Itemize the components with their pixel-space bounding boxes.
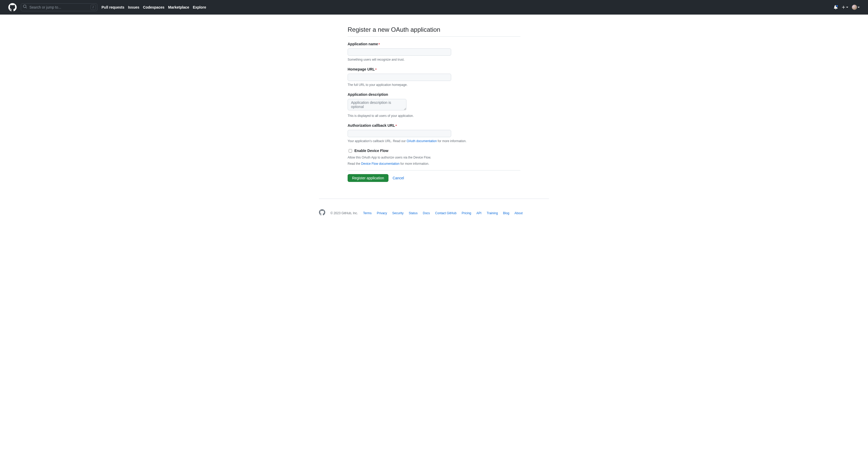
note-device-flow-line2: Read the Device Flow documentation for m… <box>348 162 520 166</box>
field-application-description: Application description This is displaye… <box>348 92 520 118</box>
footer-link-blog[interactable]: Blog <box>503 211 509 215</box>
note-homepage-url: The full URL to your application homepag… <box>348 83 520 87</box>
note-callback-url: Your application's callback URL. Read ou… <box>348 139 520 143</box>
note-text-pre: Read the <box>348 162 361 166</box>
user-avatar <box>852 5 857 10</box>
label-text: Homepage URL <box>348 67 375 71</box>
form-actions: Register application Cancel <box>348 174 520 182</box>
required-asterisk: * <box>379 42 380 46</box>
field-homepage-url: Homepage URL* The full URL to your appli… <box>348 67 520 87</box>
footer-link-api[interactable]: API <box>476 211 482 215</box>
link-device-flow-docs[interactable]: Device Flow documentation <box>361 162 399 166</box>
input-callback-url[interactable] <box>348 130 451 137</box>
cancel-link[interactable]: Cancel <box>393 175 404 181</box>
label-application-name: Application name* <box>348 41 520 47</box>
note-application-name: Something users will recognize and trust… <box>348 57 520 62</box>
required-asterisk: * <box>375 68 376 71</box>
main-content: Register a new OAuth application Applica… <box>348 14 520 188</box>
nav-codespaces[interactable]: Codespaces <box>143 5 164 10</box>
nav-marketplace[interactable]: Marketplace <box>168 5 189 10</box>
user-menu-button[interactable] <box>852 5 860 10</box>
actions-divider <box>348 170 520 171</box>
field-enable-device-flow: Enable Device Flow <box>348 148 520 153</box>
note-device-flow-line1: Allow this OAuth App to authorize users … <box>348 155 520 160</box>
footer-link-training[interactable]: Training <box>487 211 498 215</box>
mark-github-icon <box>319 209 325 215</box>
checkbox-enable-device-flow[interactable] <box>349 149 352 152</box>
input-homepage-url[interactable] <box>348 74 451 81</box>
github-logo[interactable] <box>8 3 17 11</box>
footer-links: Terms Privacy Security Status Docs Conta… <box>363 211 523 215</box>
header-right <box>834 5 860 10</box>
field-application-name: Application name* Something users will r… <box>348 41 520 62</box>
create-menu-button[interactable] <box>841 5 848 9</box>
textarea-application-description[interactable] <box>348 99 406 110</box>
mark-github-icon <box>8 3 17 11</box>
input-application-name[interactable] <box>348 49 451 56</box>
global-footer: © 2023 GitHub, Inc. Terms Privacy Securi… <box>319 199 549 229</box>
field-callback-url: Authorization callback URL* Your applica… <box>348 123 520 143</box>
notifications-button[interactable] <box>834 5 838 9</box>
global-header: / Pull requests Issues Codespaces Market… <box>0 0 868 14</box>
label-text: Application name <box>348 42 378 46</box>
footer-link-contact[interactable]: Contact GitHub <box>435 211 456 215</box>
label-callback-url: Authorization callback URL* <box>348 123 520 128</box>
required-asterisk: * <box>396 124 397 128</box>
label-application-description: Application description <box>348 92 520 97</box>
footer-link-pricing[interactable]: Pricing <box>462 211 471 215</box>
global-search: / <box>21 3 97 11</box>
header-nav: Pull requests Issues Codespaces Marketpl… <box>101 5 206 10</box>
footer-copyright: © 2023 GitHub, Inc. <box>331 211 358 215</box>
label-homepage-url: Homepage URL* <box>348 67 520 72</box>
footer-github-logo[interactable] <box>319 209 325 217</box>
footer-link-security[interactable]: Security <box>392 211 404 215</box>
notification-indicator-dot <box>836 5 838 7</box>
note-application-description: This is displayed to all users of your a… <box>348 114 520 118</box>
nav-pull-requests[interactable]: Pull requests <box>101 5 124 10</box>
plus-icon <box>841 5 846 9</box>
link-oauth-docs[interactable]: OAuth documentation <box>407 139 437 143</box>
register-application-button[interactable]: Register application <box>348 174 389 182</box>
footer-link-status[interactable]: Status <box>409 211 417 215</box>
footer-link-privacy[interactable]: Privacy <box>377 211 387 215</box>
footer-link-about[interactable]: About <box>515 211 523 215</box>
caret-down-icon <box>858 7 860 8</box>
page-title: Register a new OAuth application <box>348 25 520 37</box>
nav-issues[interactable]: Issues <box>128 5 140 10</box>
note-text-pre: Your application's callback URL. Read ou… <box>348 139 407 143</box>
footer-link-terms[interactable]: Terms <box>363 211 372 215</box>
search-input[interactable] <box>21 3 97 11</box>
caret-down-icon <box>846 7 848 8</box>
note-text-post: for more information. <box>399 162 429 166</box>
footer-link-docs[interactable]: Docs <box>423 211 430 215</box>
label-text: Authorization callback URL <box>348 123 395 127</box>
label-enable-device-flow[interactable]: Enable Device Flow <box>354 148 389 153</box>
nav-explore[interactable]: Explore <box>193 5 206 10</box>
note-text-post: for more information. <box>437 139 467 143</box>
